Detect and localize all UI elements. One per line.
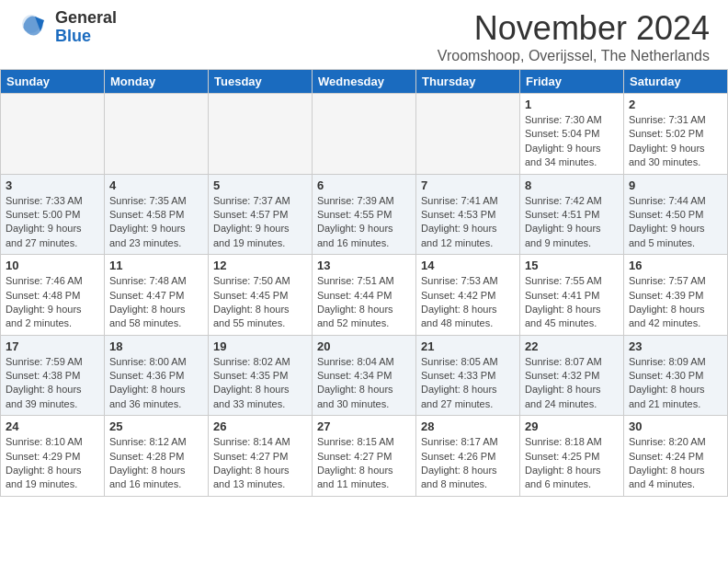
day-number: 16 <box>629 259 722 272</box>
day-info: Sunrise: 7:42 AM Sunset: 4:51 PM Dayligh… <box>525 194 619 251</box>
weekday-header: Friday <box>520 70 624 94</box>
day-info: Sunrise: 8:07 AM Sunset: 4:32 PM Dayligh… <box>525 355 619 412</box>
day-info: Sunrise: 8:17 AM Sunset: 4:26 PM Dayligh… <box>421 435 515 492</box>
calendar-cell <box>209 94 313 175</box>
day-number: 11 <box>109 259 203 272</box>
weekday-header: Monday <box>105 70 209 94</box>
calendar-cell: 27Sunrise: 8:15 AM Sunset: 4:27 PM Dayli… <box>313 416 416 497</box>
calendar-cell <box>105 94 209 175</box>
day-info: Sunrise: 7:33 AM Sunset: 5:00 PM Dayligh… <box>6 194 99 251</box>
day-info: Sunrise: 8:09 AM Sunset: 4:30 PM Dayligh… <box>629 355 722 412</box>
day-info: Sunrise: 7:41 AM Sunset: 4:53 PM Dayligh… <box>421 194 515 251</box>
calendar-cell: 15Sunrise: 7:55 AM Sunset: 4:41 PM Dayli… <box>520 255 624 336</box>
day-number: 4 <box>109 178 203 192</box>
calendar-cell: 22Sunrise: 8:07 AM Sunset: 4:32 PM Dayli… <box>520 335 624 416</box>
day-number: 5 <box>213 178 307 192</box>
calendar-week-row: 1Sunrise: 7:30 AM Sunset: 5:04 PM Daylig… <box>1 94 728 175</box>
calendar-cell <box>313 94 416 175</box>
day-number: 7 <box>421 178 515 192</box>
day-info: Sunrise: 8:18 AM Sunset: 4:25 PM Dayligh… <box>525 435 619 492</box>
day-info: Sunrise: 7:30 AM Sunset: 5:04 PM Dayligh… <box>525 113 619 170</box>
day-number: 8 <box>525 178 619 192</box>
calendar-cell <box>1 94 105 175</box>
calendar-cell: 13Sunrise: 7:51 AM Sunset: 4:44 PM Dayli… <box>313 255 416 336</box>
calendar-cell: 30Sunrise: 8:20 AM Sunset: 4:24 PM Dayli… <box>624 416 728 497</box>
calendar-body: 1Sunrise: 7:30 AM Sunset: 5:04 PM Daylig… <box>1 94 728 497</box>
logo: General Blue <box>18 9 117 46</box>
day-info: Sunrise: 7:57 AM Sunset: 4:39 PM Dayligh… <box>629 274 722 331</box>
day-info: Sunrise: 7:55 AM Sunset: 4:41 PM Dayligh… <box>525 274 619 331</box>
day-info: Sunrise: 7:39 AM Sunset: 4:55 PM Dayligh… <box>317 194 411 251</box>
calendar-cell: 19Sunrise: 8:02 AM Sunset: 4:35 PM Dayli… <box>209 335 313 416</box>
day-info: Sunrise: 8:04 AM Sunset: 4:34 PM Dayligh… <box>317 355 411 412</box>
day-info: Sunrise: 7:48 AM Sunset: 4:47 PM Dayligh… <box>109 274 203 331</box>
day-info: Sunrise: 8:05 AM Sunset: 4:33 PM Dayligh… <box>421 355 515 412</box>
day-number: 1 <box>525 98 619 111</box>
day-info: Sunrise: 8:20 AM Sunset: 4:24 PM Dayligh… <box>629 435 722 492</box>
day-number: 10 <box>6 259 99 272</box>
day-number: 30 <box>629 419 722 433</box>
calendar-week-row: 3Sunrise: 7:33 AM Sunset: 5:00 PM Daylig… <box>1 174 728 255</box>
calendar-cell: 2Sunrise: 7:31 AM Sunset: 5:02 PM Daylig… <box>624 94 728 175</box>
day-info: Sunrise: 7:44 AM Sunset: 4:50 PM Dayligh… <box>629 194 722 251</box>
logo-general: General <box>55 8 117 27</box>
calendar-cell: 14Sunrise: 7:53 AM Sunset: 4:42 PM Dayli… <box>416 255 520 336</box>
calendar-week-row: 24Sunrise: 8:10 AM Sunset: 4:29 PM Dayli… <box>1 416 728 497</box>
weekday-header: Saturday <box>624 70 728 94</box>
day-number: 15 <box>525 259 619 272</box>
calendar-cell: 5Sunrise: 7:37 AM Sunset: 4:57 PM Daylig… <box>209 174 313 255</box>
day-info: Sunrise: 7:51 AM Sunset: 4:44 PM Dayligh… <box>317 274 411 331</box>
day-number: 6 <box>317 178 411 192</box>
day-info: Sunrise: 7:37 AM Sunset: 4:57 PM Dayligh… <box>213 194 307 251</box>
day-number: 27 <box>317 419 411 433</box>
day-number: 22 <box>525 339 619 353</box>
day-info: Sunrise: 7:53 AM Sunset: 4:42 PM Dayligh… <box>421 274 515 331</box>
day-info: Sunrise: 8:14 AM Sunset: 4:27 PM Dayligh… <box>213 435 307 492</box>
calendar-week-row: 17Sunrise: 7:59 AM Sunset: 4:38 PM Dayli… <box>1 335 728 416</box>
calendar-cell: 11Sunrise: 7:48 AM Sunset: 4:47 PM Dayli… <box>105 255 209 336</box>
calendar-cell: 4Sunrise: 7:35 AM Sunset: 4:58 PM Daylig… <box>105 174 209 255</box>
day-info: Sunrise: 8:00 AM Sunset: 4:36 PM Dayligh… <box>109 355 203 412</box>
calendar-cell: 18Sunrise: 8:00 AM Sunset: 4:36 PM Dayli… <box>105 335 209 416</box>
day-number: 2 <box>629 98 722 111</box>
day-number: 17 <box>6 339 99 353</box>
calendar-cell: 26Sunrise: 8:14 AM Sunset: 4:27 PM Dayli… <box>209 416 313 497</box>
page-header: General Blue November 2024 Vroomshoop, O… <box>0 0 728 69</box>
day-info: Sunrise: 7:35 AM Sunset: 4:58 PM Dayligh… <box>109 194 203 251</box>
weekday-header: Wednesday <box>313 70 416 94</box>
calendar-cell: 9Sunrise: 7:44 AM Sunset: 4:50 PM Daylig… <box>624 174 728 255</box>
calendar-cell: 3Sunrise: 7:33 AM Sunset: 5:00 PM Daylig… <box>1 174 105 255</box>
calendar-header-row: SundayMondayTuesdayWednesdayThursdayFrid… <box>1 70 728 94</box>
day-info: Sunrise: 8:10 AM Sunset: 4:29 PM Dayligh… <box>6 435 99 492</box>
calendar-cell: 25Sunrise: 8:12 AM Sunset: 4:28 PM Dayli… <box>105 416 209 497</box>
calendar-cell: 7Sunrise: 7:41 AM Sunset: 4:53 PM Daylig… <box>416 174 520 255</box>
weekday-header: Tuesday <box>209 70 313 94</box>
day-number: 20 <box>317 339 411 353</box>
calendar-cell: 1Sunrise: 7:30 AM Sunset: 5:04 PM Daylig… <box>520 94 624 175</box>
logo-icon <box>18 11 51 44</box>
day-info: Sunrise: 7:50 AM Sunset: 4:45 PM Dayligh… <box>213 274 307 331</box>
day-info: Sunrise: 7:46 AM Sunset: 4:48 PM Dayligh… <box>6 274 99 331</box>
month-title: November 2024 <box>438 9 710 48</box>
day-number: 13 <box>317 259 411 272</box>
day-number: 19 <box>213 339 307 353</box>
day-number: 28 <box>421 419 515 433</box>
calendar-cell: 8Sunrise: 7:42 AM Sunset: 4:51 PM Daylig… <box>520 174 624 255</box>
calendar-cell: 23Sunrise: 8:09 AM Sunset: 4:30 PM Dayli… <box>624 335 728 416</box>
day-number: 24 <box>6 419 99 433</box>
calendar-cell: 21Sunrise: 8:05 AM Sunset: 4:33 PM Dayli… <box>416 335 520 416</box>
calendar-cell: 16Sunrise: 7:57 AM Sunset: 4:39 PM Dayli… <box>624 255 728 336</box>
calendar-cell: 20Sunrise: 8:04 AM Sunset: 4:34 PM Dayli… <box>313 335 416 416</box>
calendar-cell: 29Sunrise: 8:18 AM Sunset: 4:25 PM Dayli… <box>520 416 624 497</box>
day-info: Sunrise: 7:59 AM Sunset: 4:38 PM Dayligh… <box>6 355 99 412</box>
day-number: 3 <box>6 178 99 192</box>
day-info: Sunrise: 7:31 AM Sunset: 5:02 PM Dayligh… <box>629 113 722 170</box>
day-number: 9 <box>629 178 722 192</box>
calendar-cell: 10Sunrise: 7:46 AM Sunset: 4:48 PM Dayli… <box>1 255 105 336</box>
day-number: 21 <box>421 339 515 353</box>
day-number: 14 <box>421 259 515 272</box>
calendar-cell: 28Sunrise: 8:17 AM Sunset: 4:26 PM Dayli… <box>416 416 520 497</box>
calendar-cell: 6Sunrise: 7:39 AM Sunset: 4:55 PM Daylig… <box>313 174 416 255</box>
logo-blue: Blue <box>55 28 117 46</box>
calendar-cell: 12Sunrise: 7:50 AM Sunset: 4:45 PM Dayli… <box>209 255 313 336</box>
